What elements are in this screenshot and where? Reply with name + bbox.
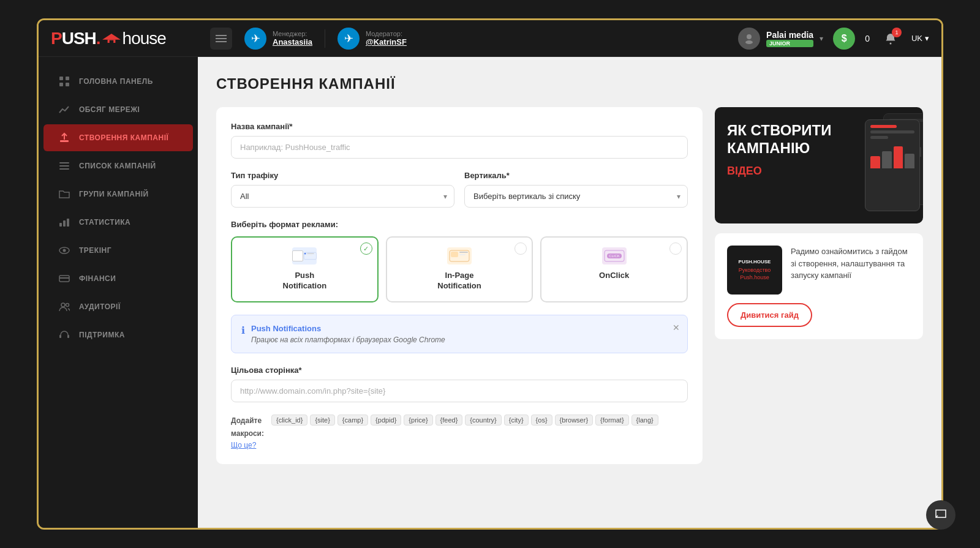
eye-icon <box>58 244 70 257</box>
svg-point-18 <box>63 249 66 252</box>
main-layout: ГОЛОВНА ПАНЕЛЬ ОБСЯГ МЕРЕЖІ СТВОРЕННЯ КА… <box>39 57 941 528</box>
macro-lang[interactable]: {lang} <box>631 415 658 426</box>
svg-rect-2 <box>109 40 113 42</box>
campaign-name-input[interactable] <box>231 136 688 159</box>
svg-rect-11 <box>59 162 69 163</box>
sidebar-item-label: ОБСЯГ МЕРЕЖІ <box>79 105 140 114</box>
sidebar-item-label: СПИСОК КАМПАНІЙ <box>79 162 156 170</box>
info-icon: ℹ <box>241 325 245 336</box>
svg-text:CLICK: CLICK <box>609 254 620 258</box>
sidebar-item-network[interactable]: ОБСЯГ МЕРЕЖІ <box>43 96 193 123</box>
format-check-icon: ✓ <box>360 242 372 255</box>
macro-os[interactable]: {os} <box>531 415 552 426</box>
svg-rect-27 <box>307 253 314 254</box>
format-card-onclick[interactable]: CLICK OnClick <box>540 236 688 302</box>
sidebar: ГОЛОВНА ПАНЕЛЬ ОБСЯГ МЕРЕЖІ СТВОРЕННЯ КА… <box>39 57 198 528</box>
svg-rect-31 <box>459 252 468 253</box>
form-main: Назва кампанії* Тип трафіку All <box>216 107 703 464</box>
campaign-name-label: Назва кампанії* <box>231 122 688 131</box>
user-name: Palai media <box>766 30 813 40</box>
macros-label: Додайтемакроси: <box>231 416 264 438</box>
target-url-label: Цільова сторінка* <box>231 366 688 375</box>
guide-thumb-text: РуководствоPush.house <box>739 267 771 281</box>
info-box-description: Працює на всіх платформах і браузерах Go… <box>251 336 445 344</box>
macro-city[interactable]: {city} <box>504 415 529 426</box>
macro-site[interactable]: {site} <box>310 415 334 426</box>
guide-card: PUSH.HOUSE РуководствоPush.house Радимо … <box>715 233 923 339</box>
user-info[interactable]: Palai media JUNIOR ▾ <box>738 28 823 50</box>
headset-icon <box>58 329 70 341</box>
macro-feed[interactable]: {feed} <box>435 415 463 426</box>
guide-button[interactable]: Дивитися гайд <box>727 303 812 327</box>
macro-pdpid[interactable]: {pdpid} <box>371 415 401 426</box>
header-right: Palai media JUNIOR ▾ $ 0 1 UK ▾ <box>738 28 929 50</box>
moderator-name[interactable]: @KatrinSF <box>366 37 407 47</box>
promo-video-label[interactable]: ВІДЕО <box>727 165 911 178</box>
manager-name[interactable]: Anastasiia <box>273 37 312 47</box>
svg-point-5 <box>889 42 891 44</box>
logo: РUSH.house <box>51 29 210 48</box>
sidebar-item-finance[interactable]: ФІНАНСИ <box>43 265 193 292</box>
moderator-avatar: ✈ <box>337 28 360 50</box>
sidebar-item-dashboard[interactable]: ГОЛОВНА ПАНЕЛЬ <box>43 68 193 95</box>
push-notification-icon <box>292 247 317 265</box>
guide-thumb-logo: PUSH.HOUSE <box>739 259 771 265</box>
format-card-push[interactable]: ✓ PushNotification <box>231 236 379 302</box>
folder-icon <box>58 188 70 200</box>
macro-browser[interactable]: {browser} <box>555 415 593 426</box>
balance-button[interactable]: $ <box>833 28 855 50</box>
info-close-button[interactable]: ✕ <box>673 323 680 332</box>
format-check-icon <box>514 242 527 255</box>
chevron-down-icon: ▾ <box>820 34 823 43</box>
sidebar-item-stats[interactable]: СТАТИСТИКА <box>43 209 193 236</box>
form-card: Назва кампанії* Тип трафіку All <box>216 107 703 464</box>
vertical-select[interactable]: Виберіть вертикаль зі списку <box>464 185 688 208</box>
manager-role: Менеджер: <box>273 30 312 37</box>
traffic-type-select[interactable]: All <box>231 185 454 208</box>
macro-format[interactable]: {format} <box>595 415 629 426</box>
format-card-inpage[interactable]: In-PageNotification <box>386 236 533 302</box>
sidebar-item-label: СТАТИСТИКА <box>79 218 130 227</box>
svg-rect-28 <box>307 255 312 255</box>
notification-badge: 1 <box>892 28 902 37</box>
guide-description: Радимо ознайомитись з гайдом зі створенн… <box>791 246 911 282</box>
sidebar-item-label: ГРУПИ КАМПАНІЙ <box>79 190 149 198</box>
chat-fab-button[interactable] <box>926 500 956 530</box>
menu-toggle-button[interactable] <box>210 28 232 50</box>
traffic-vertical-row: Тип трафіку All ▾ <box>231 171 688 220</box>
bar-chart-icon <box>58 216 70 228</box>
sidebar-item-list[interactable]: СПИСОК КАМПАНІЙ <box>43 152 193 179</box>
language-selector[interactable]: UK ▾ <box>911 34 929 43</box>
sidebar-item-audiences[interactable]: АУДИТОРІЇ <box>43 293 193 320</box>
macro-price[interactable]: {price} <box>404 415 432 426</box>
balance-amount: 0 <box>865 34 870 43</box>
macros-what-link[interactable]: Що це? <box>231 441 264 449</box>
target-url-input[interactable] <box>231 380 688 402</box>
sidebar-item-support[interactable]: ПІДТРИМКА <box>43 321 193 348</box>
sidebar-item-create[interactable]: СТВОРЕННЯ КАМПАНІЇ <box>43 124 193 151</box>
sidebar-item-tracking[interactable]: ТРЕКІНГ <box>43 237 193 264</box>
notification-button[interactable]: 1 <box>880 28 902 50</box>
macro-camp[interactable]: {camp} <box>337 415 368 426</box>
target-url-group: Цільова сторінка* <box>231 366 688 402</box>
svg-rect-6 <box>59 77 63 80</box>
format-card-name-onclick: OnClick <box>599 271 629 281</box>
macro-country[interactable]: {country} <box>465 415 501 426</box>
header-middle: ✈ Менеджер: Anastasiia ✈ Модератор: @Kat… <box>210 28 738 50</box>
svg-rect-30 <box>451 252 458 257</box>
sidebar-item-groups[interactable]: ГРУПИ КАМПАНІЙ <box>43 181 193 208</box>
sidebar-item-label: ПІДТРИМКА <box>79 331 125 339</box>
format-cards: ✓ PushNotification <box>231 236 688 302</box>
grid-icon <box>58 75 70 88</box>
sidebar-item-label: АУДИТОРІЇ <box>79 302 121 311</box>
page-title: СТВОРЕННЯ КАМПАНІЇ <box>216 75 923 92</box>
macro-click-id[interactable]: {click_id} <box>271 415 307 426</box>
user-avatar <box>738 28 760 50</box>
main-content: СТВОРЕННЯ КАМПАНІЇ Назва кампанії* <box>198 57 941 528</box>
svg-rect-9 <box>66 83 69 86</box>
vertical-label: Вертикаль* <box>464 171 688 180</box>
form-layout: Назва кампанії* Тип трафіку All <box>216 107 923 464</box>
user-badge: JUNIOR <box>766 40 813 47</box>
format-card-name-inpage: In-PageNotification <box>437 271 481 291</box>
guide-thumbnail: PUSH.HOUSE РуководствоPush.house <box>727 246 782 295</box>
